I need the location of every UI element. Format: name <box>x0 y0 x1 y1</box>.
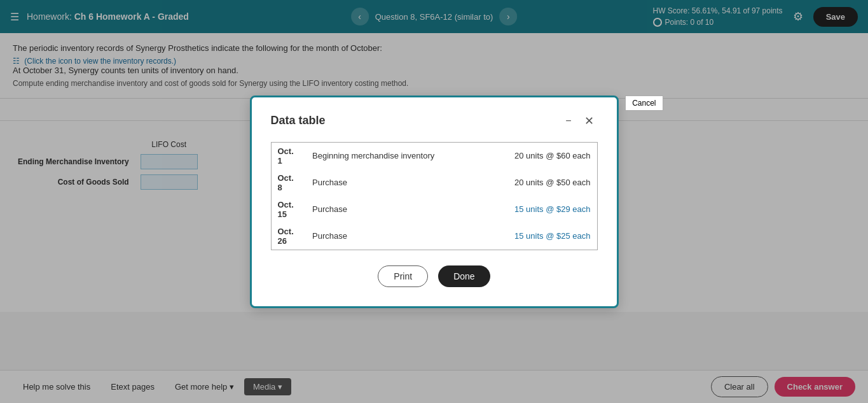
row-description: Purchase <box>306 169 446 196</box>
modal-close-button[interactable]: ✕ <box>581 113 598 129</box>
row-description: Beginning merchandise inventory <box>306 142 446 169</box>
row-quantity: 20 units @ $50 each <box>446 169 597 196</box>
row-date: Oct. 8 <box>271 169 306 196</box>
row-description: Purchase <box>306 223 446 250</box>
modal-container: Data table − ✕ Oct. 1Beginning merchandi… <box>250 95 619 308</box>
modal-footer: Print Done <box>271 265 598 287</box>
row-date: Oct. 1 <box>271 142 306 169</box>
modal-minimize-button[interactable]: − <box>561 114 575 128</box>
data-table-modal: Data table − ✕ Oct. 1Beginning merchandi… <box>250 95 619 308</box>
modal-controls: − ✕ <box>561 113 597 129</box>
table-row: Oct. 8Purchase20 units @ $50 each <box>271 169 597 196</box>
modal-header: Data table − ✕ <box>271 113 598 129</box>
print-button[interactable]: Print <box>378 265 428 287</box>
inventory-data-table: Oct. 1Beginning merchandise inventory20 … <box>271 142 598 250</box>
modal-overlay: Data table − ✕ Oct. 1Beginning merchandi… <box>0 0 868 312</box>
table-row: Oct. 26Purchase15 units @ $25 each <box>271 223 597 250</box>
row-quantity: 20 units @ $60 each <box>446 142 597 169</box>
table-row: Oct. 1Beginning merchandise inventory20 … <box>271 142 597 169</box>
row-description: Purchase <box>306 196 446 223</box>
table-row: Oct. 15Purchase15 units @ $29 each <box>271 196 597 223</box>
row-quantity: 15 units @ $25 each <box>446 223 597 250</box>
done-button[interactable]: Done <box>438 265 490 287</box>
row-date: Oct. 26 <box>271 223 306 250</box>
row-date: Oct. 15 <box>271 196 306 223</box>
modal-title: Data table <box>271 114 326 127</box>
row-quantity: 15 units @ $29 each <box>446 196 597 223</box>
cancel-button[interactable]: Cancel <box>625 95 663 111</box>
